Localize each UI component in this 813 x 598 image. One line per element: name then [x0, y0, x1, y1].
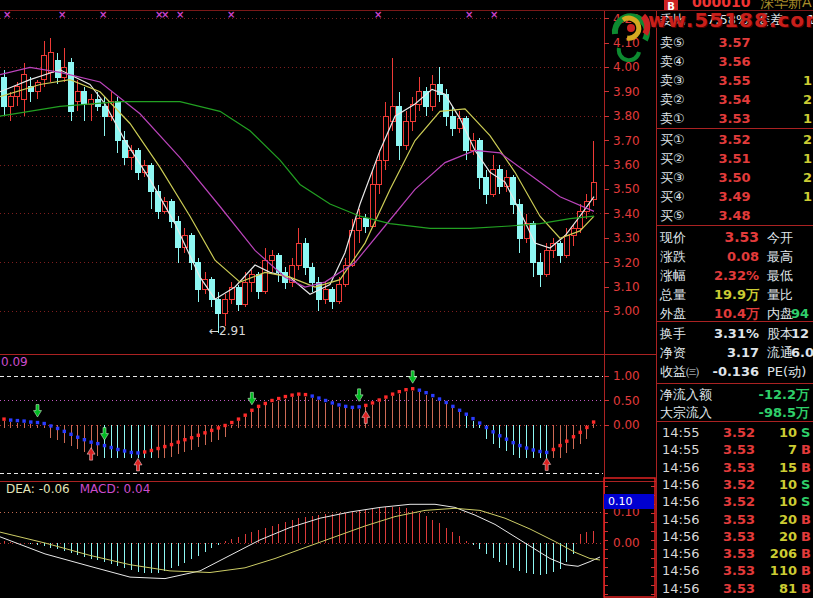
ask-row[interactable]: 卖③3.551: [657, 71, 813, 90]
info-label-2: 最高: [767, 247, 793, 266]
bid-label: 买⑤: [660, 206, 685, 225]
tick-price: 3.53: [705, 580, 755, 597]
tick-row[interactable]: 14:563.5210S: [657, 493, 813, 510]
dea-value-label: DEA: -0.06: [6, 482, 70, 496]
tick-time: 14:56: [662, 476, 699, 493]
tick-time: 14:56: [662, 511, 699, 528]
tick-volume: 15: [755, 459, 797, 476]
ask-row[interactable]: 卖②3.542: [657, 90, 813, 109]
tick-time: 14:56: [662, 528, 699, 545]
tick-row[interactable]: 14:563.5320B: [657, 511, 813, 528]
bid-volume: 1: [803, 149, 813, 168]
tick-time: 14:56: [662, 493, 699, 510]
low-price-annotation: ←2.91: [209, 324, 246, 338]
info-value: 0.08: [697, 247, 759, 266]
indicator-axis-label: 0.50: [613, 394, 640, 408]
price-axis-label: 3.20: [613, 256, 640, 270]
bid-price: 3.50: [712, 168, 757, 187]
tick-row[interactable]: 14:553.5210S: [657, 424, 813, 441]
tick-side-flag: B: [801, 459, 811, 476]
tick-side-flag: B: [801, 511, 811, 528]
tick-time: 14:56: [662, 459, 699, 476]
bid-label: 买③: [660, 168, 685, 187]
tick-row[interactable]: 14:563.5320B: [657, 528, 813, 545]
price-axis-label: 3.90: [613, 85, 640, 99]
tick-volume: 81: [755, 580, 797, 597]
stock-code: 000010: [692, 0, 750, 10]
bid-label: 买④: [660, 187, 685, 206]
ask-label: 卖②: [660, 90, 685, 109]
macd-axis-label: 0.00: [613, 536, 640, 550]
info-label: 收益㈢: [660, 362, 699, 381]
tick-time: 14:56: [662, 545, 699, 562]
tick-volume: 20: [755, 511, 797, 528]
tick-row[interactable]: 14:563.5315B: [657, 459, 813, 476]
ask-row[interactable]: 卖⑤3.57: [657, 33, 813, 52]
tick-row[interactable]: 14:553.537B: [657, 441, 813, 458]
tick-volume: 10: [755, 424, 797, 441]
tick-row[interactable]: 14:563.5381B: [657, 580, 813, 597]
price-axis-label: 3.60: [613, 158, 640, 172]
info-value: 19.9万: [697, 285, 759, 304]
b-flag-icon: B: [664, 0, 678, 11]
bid-row[interactable]: 买①3.522: [657, 130, 813, 149]
money-flow-row: 净流入额-12.2万: [657, 386, 813, 404]
ask-row[interactable]: 卖①3.531: [657, 109, 813, 128]
ask-label: 卖①: [660, 109, 685, 128]
bid-row[interactable]: 买⑤3.48: [657, 206, 813, 225]
price-axis-label: 3.30: [613, 231, 640, 245]
bid-row[interactable]: 买④3.491: [657, 187, 813, 206]
weicha-value: 1: [807, 10, 813, 29]
info-label-2: 今开: [767, 228, 793, 247]
info-label: 换手: [660, 324, 686, 343]
macd-value-label: MACD: 0.04: [80, 482, 151, 496]
title-bar: B 000010 深华新A: [0, 0, 813, 11]
tick-side-flag: B: [801, 580, 811, 597]
info-value: -0.136: [697, 362, 759, 381]
bid-row[interactable]: 买③3.502: [657, 168, 813, 187]
indicator-axis-label: 1.00: [613, 369, 640, 383]
tick-price: 3.53: [705, 528, 755, 545]
bid-label: 买①: [660, 130, 685, 149]
info-label-2: PE(动): [767, 362, 806, 381]
money-flow-row: 大宗流入-98.5万: [657, 404, 813, 422]
ask-label: 卖④: [660, 52, 685, 71]
tick-price: 3.53: [705, 545, 755, 562]
info-label: 涨跌: [660, 247, 686, 266]
tick-side-flag: B: [801, 545, 811, 562]
tick-price: 3.53: [705, 511, 755, 528]
price-axis-label: 3.00: [613, 304, 640, 318]
chart-canvas[interactable]: ××××××××××: [0, 0, 656, 598]
tick-row[interactable]: 14:563.53110B: [657, 562, 813, 579]
ask-volume: 1: [803, 71, 813, 90]
ask-volume: 1: [803, 109, 813, 128]
bid-volume: 2: [803, 168, 813, 187]
forum-swirl-logo-icon: [609, 4, 653, 66]
tick-row[interactable]: 14:563.53206B: [657, 545, 813, 562]
tick-side-flag: S: [801, 476, 810, 493]
info-label: 总量: [660, 285, 686, 304]
flow-value: -98.5万: [737, 404, 809, 422]
ask-price: 3.53: [712, 109, 757, 128]
tick-price: 3.53: [705, 459, 755, 476]
info-label: 涨幅: [660, 266, 686, 285]
flow-value: -12.2万: [737, 386, 809, 404]
quote-info-row: 涨跌0.08最高: [657, 247, 813, 266]
tick-price: 3.53: [705, 441, 755, 458]
bid-volume: 2: [803, 130, 813, 149]
tick-side-flag: B: [801, 441, 811, 458]
ask-row[interactable]: 卖④3.56: [657, 52, 813, 71]
bid-row[interactable]: 买②3.511: [657, 149, 813, 168]
ask-price: 3.55: [712, 71, 757, 90]
tick-time: 14:55: [662, 441, 699, 458]
info-label-2: 最低: [767, 266, 793, 285]
tick-side-flag: B: [801, 562, 811, 579]
stock-app-window: ×××××××××× B 000010 深华新A 4.204.104.003.9…: [0, 0, 813, 598]
ask-label: 卖⑤: [660, 33, 685, 52]
info-label-2: 股本: [767, 324, 793, 343]
quote-info-row: 总量19.9万量比: [657, 285, 813, 304]
indicator-axis-label: 0.00: [613, 418, 640, 432]
tick-row[interactable]: 14:563.5210S: [657, 476, 813, 493]
ask-label: 卖③: [660, 71, 685, 90]
tick-volume: 7: [755, 441, 797, 458]
